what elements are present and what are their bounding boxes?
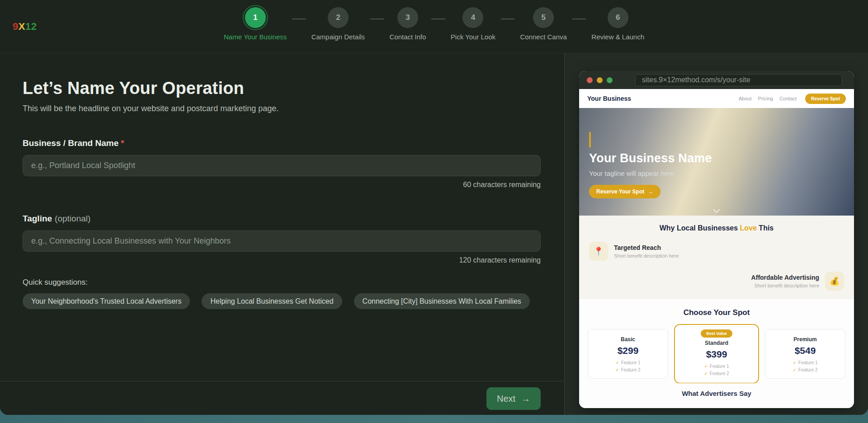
benefit-title: Targeted Reach bbox=[614, 244, 679, 251]
step-label-3: Contact Info bbox=[389, 33, 426, 41]
plan-feature: ✓Feature 2 bbox=[675, 371, 758, 376]
plan-feature: ✓Feature 1 bbox=[675, 364, 758, 369]
suggestion-chips: Your Neighborhood's Trusted Local Advert… bbox=[23, 293, 541, 309]
step-contact-info[interactable]: 3 Contact Info bbox=[389, 7, 426, 41]
step-circle-4[interactable]: 4 bbox=[462, 7, 483, 28]
preview-testimonials-section: What Advertisers Say bbox=[579, 383, 854, 408]
suggestion-chip-2[interactable]: Helping Local Businesses Get Noticed bbox=[202, 293, 342, 309]
benefit-item-targeted-reach: 📍 Targeted Reach Short benefit descripti… bbox=[589, 242, 844, 261]
step-connect-canva[interactable]: 5 Connect Canva bbox=[520, 7, 566, 41]
reserve-your-spot-button[interactable]: Reserve Your Spot → bbox=[589, 185, 660, 198]
step-connector bbox=[501, 19, 514, 19]
preview-brand-name: Your Business bbox=[587, 95, 631, 102]
preview-site-nav: About Pricing Contact Reserve Spot bbox=[739, 94, 846, 104]
browser-chrome: sites.9×12method.com/s/your-site bbox=[579, 71, 854, 89]
tagline-label-text: Tagline bbox=[23, 214, 52, 223]
arrow-right-icon: → bbox=[648, 188, 653, 195]
reserve-your-spot-label: Reserve Your Spot bbox=[596, 188, 644, 195]
logo-part-9: 9 bbox=[13, 21, 19, 32]
close-window-icon bbox=[587, 77, 593, 83]
pushpin-icon: 📍 bbox=[589, 242, 608, 261]
plan-feature: ✓Feature 2 bbox=[765, 367, 845, 372]
tagline-input[interactable] bbox=[23, 230, 541, 252]
plan-card-standard[interactable]: Best Value Standard $399 ✓Feature 1 ✓Fea… bbox=[674, 324, 759, 384]
preview-hero: Your Business Name Your tagline will app… bbox=[579, 108, 854, 216]
preview-benefits-section: Why Local Businesses Love This 📍 Targete… bbox=[579, 216, 854, 299]
required-asterisk: * bbox=[121, 138, 124, 148]
suggestion-chip-1[interactable]: Your Neighborhood's Trusted Local Advert… bbox=[23, 293, 190, 309]
step-circle-1[interactable]: 1 bbox=[245, 7, 266, 28]
benefits-title-highlight: Love bbox=[740, 224, 757, 232]
wizard-header: 9X12 1 Name Your Business 2 Campaign Det… bbox=[0, 0, 868, 53]
business-name-label: Business / Brand Name* bbox=[23, 138, 541, 148]
form-panel: Let’s Name Your Operation This will be t… bbox=[0, 53, 564, 415]
app-window: 9X12 1 Name Your Business 2 Campaign Det… bbox=[0, 0, 868, 415]
preview-hero-headline: Your Business Name bbox=[589, 151, 844, 165]
step-review-launch[interactable]: 6 Review & Launch bbox=[591, 7, 644, 41]
plan-feature: ✓Feature 2 bbox=[588, 367, 668, 372]
next-button[interactable]: Next → bbox=[486, 387, 541, 410]
business-name-input[interactable] bbox=[23, 155, 541, 176]
next-button-label: Next bbox=[497, 394, 515, 404]
pricing-title: Choose Your Spot bbox=[579, 308, 854, 317]
form-footer: Next → bbox=[0, 381, 564, 415]
site-preview-card: sites.9×12method.com/s/your-site Your Bu… bbox=[579, 71, 854, 408]
testimonials-title: What Advertisers Say bbox=[579, 390, 854, 397]
check-icon: ✓ bbox=[704, 371, 708, 376]
benefits-title: Why Local Businesses Love This bbox=[589, 224, 844, 232]
step-pick-your-look[interactable]: 4 Pick Your Look bbox=[451, 7, 495, 41]
check-icon: ✓ bbox=[615, 360, 619, 365]
plan-feature-label: Feature 2 bbox=[798, 367, 818, 372]
nav-link-pricing[interactable]: Pricing bbox=[758, 96, 774, 101]
plan-card-basic[interactable]: Basic $299 ✓Feature 1 ✓Feature 2 bbox=[588, 329, 668, 379]
step-name-your-business[interactable]: 1 Name Your Business bbox=[224, 7, 287, 41]
plan-feature: ✓Feature 1 bbox=[765, 360, 845, 365]
preview-pricing-section: Choose Your Spot Basic $299 ✓Feature 1 ✓… bbox=[579, 299, 854, 383]
preview-site-header: Your Business About Pricing Contact Rese… bbox=[579, 89, 854, 108]
step-connector bbox=[431, 19, 445, 19]
logo-part-x: X bbox=[19, 21, 25, 32]
pricing-plans: Basic $299 ✓Feature 1 ✓Feature 2 Best Va… bbox=[579, 324, 854, 384]
step-connector bbox=[572, 19, 586, 19]
minimize-window-icon bbox=[597, 77, 603, 83]
step-circle-2[interactable]: 2 bbox=[328, 7, 349, 28]
plan-name: Premium bbox=[765, 336, 845, 343]
nav-link-contact[interactable]: Contact bbox=[779, 96, 797, 101]
page-title: Let’s Name Your Operation bbox=[23, 79, 541, 98]
plan-card-premium[interactable]: Premium $549 ✓Feature 1 ✓Feature 2 bbox=[765, 329, 845, 379]
reserve-spot-button[interactable]: Reserve Spot bbox=[805, 94, 846, 104]
plan-feature-label: Feature 2 bbox=[621, 367, 641, 372]
check-icon: ✓ bbox=[704, 364, 708, 369]
nav-link-about[interactable]: About bbox=[739, 96, 752, 101]
step-circle-3[interactable]: 3 bbox=[397, 7, 418, 28]
step-label-4: Pick Your Look bbox=[451, 33, 495, 41]
step-circle-6[interactable]: 6 bbox=[608, 7, 628, 28]
plan-feature-label: Feature 1 bbox=[621, 360, 641, 365]
page-subtitle: This will be the headline on your websit… bbox=[23, 104, 541, 113]
check-icon: ✓ bbox=[793, 360, 796, 365]
step-connector bbox=[292, 19, 306, 19]
check-icon: ✓ bbox=[615, 367, 619, 372]
tagline-counter: 120 characters remaining bbox=[23, 256, 541, 264]
business-name-counter: 60 characters remaining bbox=[23, 181, 541, 189]
step-label-2: Campaign Details bbox=[311, 33, 365, 41]
check-icon: ✓ bbox=[793, 367, 796, 372]
plan-feature: ✓Feature 1 bbox=[588, 360, 668, 365]
preview-panel: sites.9×12method.com/s/your-site Your Bu… bbox=[564, 53, 868, 415]
logo-part-12: 12 bbox=[25, 21, 37, 32]
benefit-item-affordable-advertising: Affordable Advertising Short benefit des… bbox=[589, 272, 844, 291]
plan-feature-label: Feature 2 bbox=[710, 371, 729, 376]
step-connector bbox=[370, 19, 384, 19]
tagline-label: Tagline(optional) bbox=[23, 214, 541, 224]
wizard-stepper: 1 Name Your Business 2 Campaign Details … bbox=[224, 7, 644, 41]
chevron-down-icon bbox=[713, 209, 720, 213]
step-campaign-details[interactable]: 2 Campaign Details bbox=[311, 7, 365, 41]
plan-feature-label: Feature 1 bbox=[710, 364, 729, 369]
maximize-window-icon bbox=[607, 77, 613, 83]
step-circle-5[interactable]: 5 bbox=[533, 7, 554, 28]
plan-price: $399 bbox=[675, 349, 758, 360]
suggestion-chip-3[interactable]: Connecting [City] Businesses With Local … bbox=[354, 293, 530, 309]
preview-hero-tagline: Your tagline will appear here bbox=[589, 169, 844, 177]
benefit-title: Affordable Advertising bbox=[751, 274, 819, 281]
arrow-right-icon: → bbox=[521, 394, 530, 404]
